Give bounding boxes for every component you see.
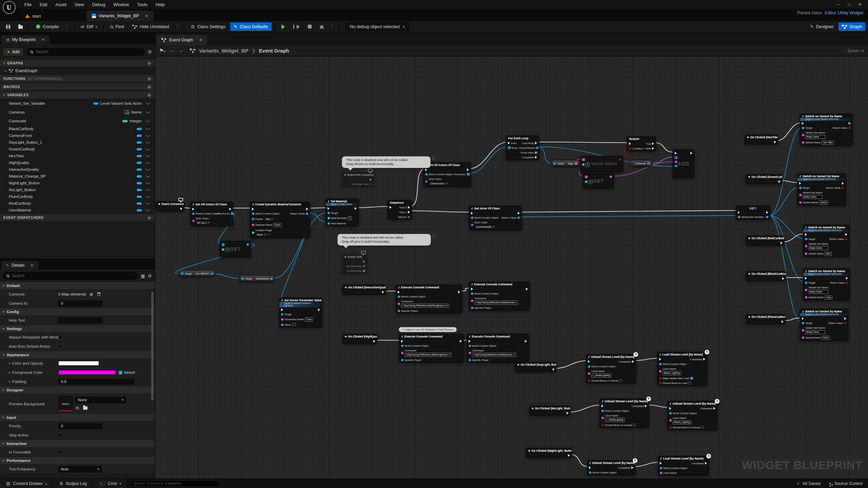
close-panel-icon[interactable]: ✕ xyxy=(41,37,45,42)
node-get-staticmesh[interactable]: TargetStaticMesh xyxy=(239,275,275,282)
add-section-icon[interactable]: ⊕ xyxy=(147,76,151,81)
data-pin[interactable] xyxy=(425,180,428,183)
output-log-button[interactable]: ≣Output Log xyxy=(53,479,93,488)
close-tab-icon[interactable]: ✕ xyxy=(145,14,148,18)
eye-closed-icon[interactable] xyxy=(146,155,150,157)
node-value-field[interactable]: r.RayTracing.Reflections.MaxRoughness 0.… xyxy=(401,304,449,308)
details-section-appearance[interactable]: ▾Appearance xyxy=(0,351,155,359)
data-pin[interactable] xyxy=(659,363,662,365)
node-set-variant-set-variable[interactable]: SETVariant Set Variable xyxy=(736,205,770,220)
node-sequence[interactable]: SequenceThen 0Then 1Add pin⊕ xyxy=(388,200,412,220)
add-section-icon[interactable]: ⊕ xyxy=(147,61,151,66)
browse-icon[interactable] xyxy=(83,406,87,410)
data-pin[interactable] xyxy=(848,127,851,129)
node-on-clicked-daylight[interactable]: ◈On Clicked (DayLight_Button_1) xyxy=(515,362,557,372)
exec-pin[interactable] xyxy=(799,182,801,185)
panel-settings-icon[interactable]: ⚙ xyxy=(147,49,152,55)
data-pin[interactable] xyxy=(181,272,183,275)
node-color-swatch[interactable] xyxy=(292,323,296,326)
node-dropdown[interactable]: Camera Actor▾ xyxy=(429,181,449,186)
data-pin[interactable] xyxy=(601,424,604,426)
details-section-interaction[interactable]: ▾Interaction xyxy=(0,440,155,448)
data-pin[interactable] xyxy=(471,292,473,295)
exec-pin[interactable] xyxy=(669,407,671,410)
details-input[interactable]: 0.0 xyxy=(58,379,134,385)
data-pin[interactable] xyxy=(582,163,585,166)
node-value-field[interactable]: 0 xyxy=(348,216,352,220)
exec-pin[interactable] xyxy=(849,122,851,125)
data-pin[interactable] xyxy=(281,324,283,326)
node-for-each-loop[interactable]: For Each LoopExecLoop BodyArrayArray Ele… xyxy=(506,136,539,160)
use-selected-icon[interactable]: ⟲ xyxy=(75,406,79,411)
eye-closed-icon[interactable] xyxy=(146,148,150,150)
data-pin[interactable] xyxy=(471,300,473,302)
eye-closed-icon[interactable] xyxy=(146,135,150,137)
node-switch-variant-hextiles[interactable]: ƒSwitch on Variant by NameTarget is Leve… xyxy=(800,114,853,146)
node-event-pre-construct[interactable]: ◈Event Pre ConstructIs Design Time xyxy=(342,172,374,187)
details-input[interactable] xyxy=(58,318,102,323)
menu-file[interactable]: File xyxy=(20,1,36,8)
node-on-clicked-hextiles[interactable]: ◈On Clicked (HexTiles) xyxy=(745,135,778,144)
data-pin[interactable] xyxy=(660,472,662,474)
data-pin[interactable] xyxy=(471,217,473,219)
cmd-button[interactable]: >_Cmd▾ xyxy=(93,479,127,488)
data-pin[interactable] xyxy=(425,173,428,176)
close-tab-icon[interactable]: ✕ xyxy=(199,38,202,42)
menu-edit[interactable]: Edit xyxy=(36,1,51,8)
node-on-clicked-interactivequality[interactable]: ◈On Clicked (InteractiveQuality) xyxy=(342,285,386,294)
details-section-settings[interactable]: ▾Settings xyxy=(0,325,155,333)
data-pin[interactable] xyxy=(469,359,471,361)
node-on-clicked-nightlight[interactable]: ◈On Clicked (NightLight_Button) xyxy=(526,448,572,458)
save-button[interactable] xyxy=(3,23,14,30)
exec-pin[interactable] xyxy=(631,466,633,469)
node-value-field[interactable]: None xyxy=(273,223,281,227)
details-section-default[interactable]: ▾Default xyxy=(0,282,155,290)
node-value-field[interactable]: Beach_Lighting xyxy=(663,371,681,375)
node-value-field[interactable]: Green xyxy=(819,201,828,205)
node-on-clicked-greencarbody[interactable]: ◈On Clicked (GreenCarBody) xyxy=(746,174,783,184)
exec-pin[interactable] xyxy=(690,152,692,155)
data-pin[interactable] xyxy=(802,322,804,324)
exec-pin[interactable] xyxy=(180,207,182,210)
exec-pin[interactable] xyxy=(525,340,527,343)
data-pin[interactable] xyxy=(619,158,621,161)
exec-pin[interactable] xyxy=(652,147,654,150)
node-value-field[interactable]: 0 xyxy=(588,180,592,184)
node-checkbox[interactable] xyxy=(619,379,622,382)
node-is-valid-index[interactable]: IS VALID INDEX0 xyxy=(580,156,623,172)
data-pin[interactable] xyxy=(401,352,403,354)
node-on-clicked-blackcarbody[interactable]: ◈On Clicked (BlackCarBody) xyxy=(746,271,786,281)
node-checkbox[interactable] xyxy=(633,424,636,426)
node-value-field[interactable]: 0 xyxy=(225,248,229,252)
node-value-field[interactable]: Body Colors xyxy=(805,330,825,334)
node-comment[interactable]: -1 makes it use the Default in Post Proc… xyxy=(399,327,457,332)
data-pin[interactable] xyxy=(802,141,804,144)
color-swatch[interactable] xyxy=(58,361,99,366)
variable-greencarbody[interactable]: GreenCarBody xyxy=(0,146,155,152)
exec-pin[interactable] xyxy=(645,405,647,407)
data-pin[interactable] xyxy=(328,212,330,214)
minimize-button[interactable]: ─ xyxy=(833,2,843,7)
exec-pin[interactable] xyxy=(660,462,662,465)
eye-closed-icon[interactable] xyxy=(146,202,150,204)
exec-pin[interactable] xyxy=(408,206,410,209)
node-dropdown[interactable]: None▾ xyxy=(255,232,272,237)
designer-button[interactable]: ✎Designer xyxy=(807,22,837,31)
bookmark-icon[interactable]: ⚑▾ xyxy=(159,47,165,54)
exec-pin[interactable] xyxy=(766,211,768,214)
data-pin[interactable] xyxy=(252,224,254,226)
color-swatch[interactable] xyxy=(58,370,115,375)
data-pin[interactable] xyxy=(222,248,224,251)
node-value-field[interactable]: Body Colors xyxy=(808,290,828,294)
menu-view[interactable]: View xyxy=(71,1,88,8)
nav-forward-icon[interactable]: → xyxy=(178,47,184,54)
exec-pin[interactable] xyxy=(518,212,520,215)
section-macros[interactable]: MACROS⊕ xyxy=(0,83,155,91)
node-unload-stream-night[interactable]: ƒUnload Stream Level (by Name)CompletedW… xyxy=(587,460,635,475)
exec-pin[interactable] xyxy=(469,340,471,343)
graph-canvas[interactable]: WIDGET BLUEPRINT ◈Event ConstructƒGet Al… xyxy=(155,56,868,479)
menu-window[interactable]: Window xyxy=(109,1,133,8)
variable-redcarbody[interactable]: RedCarBody xyxy=(0,200,155,207)
details-search-input[interactable] xyxy=(12,273,134,278)
section-graphs[interactable]: ▾GRAPHS⊕ xyxy=(0,59,155,67)
